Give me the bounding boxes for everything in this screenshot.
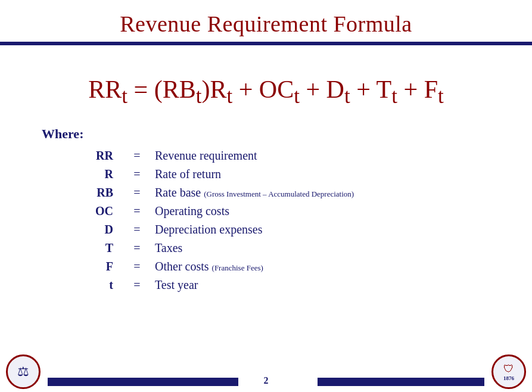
desc-sub-t: Test year [155, 276, 354, 294]
equals-f: = [119, 257, 155, 276]
def-row-t: T = Taxes [77, 239, 354, 257]
slide-title: Revenue Requirement Formula [12, 11, 520, 37]
shield-year: 1876 [503, 375, 514, 381]
right-logo-circle: 🛡 1876 [491, 354, 526, 389]
desc-rr: Revenue requirement [155, 147, 354, 165]
equals-rb: = [119, 183, 155, 202]
equals-sub-t: = [119, 276, 155, 294]
note-rb: (Gross Investment – Accumulated Deprecia… [204, 189, 354, 198]
footer-area: ⚖ 2 🛡 1876 [0, 362, 532, 392]
formula-display: RRt = (RBt)Rt + OCt + Dt + Tt + Ft [88, 76, 444, 103]
equals-oc: = [119, 202, 155, 220]
symbol-t: T [77, 239, 119, 257]
symbol-sub-t: t [77, 276, 119, 294]
content-area: RRt = (RBt)Rt + OCt + Dt + Tt + Ft Where… [0, 45, 532, 362]
equals-rr: = [119, 147, 155, 165]
def-row-oc: OC = Operating costs [77, 202, 354, 220]
footer-bar-left [48, 378, 238, 386]
left-logo-circle: ⚖ [6, 354, 41, 389]
def-row-rb: RB = Rate base (Gross Investment – Accum… [77, 183, 354, 202]
formula-container: RRt = (RBt)Rt + OCt + Dt + Tt + Ft [24, 57, 508, 126]
symbol-f: F [77, 257, 119, 276]
def-row-d: D = Depreciation expenses [77, 220, 354, 239]
page-number: 2 [264, 375, 269, 386]
def-row-sub-t: t = Test year [77, 276, 354, 294]
desc-f: Other costs (Franchise Fees) [155, 257, 354, 276]
note-f: (Franchise Fees) [212, 263, 263, 272]
slide: Revenue Requirement Formula RRt = (RBt)R… [0, 0, 532, 392]
scale-icon: ⚖ [17, 364, 29, 379]
symbol-oc: OC [77, 202, 119, 220]
desc-t: Taxes [155, 239, 354, 257]
desc-rb: Rate base (Gross Investment – Accumulate… [155, 183, 354, 202]
symbol-r: R [77, 165, 119, 183]
where-label: Where: [42, 126, 508, 142]
logo-right: 🛡 1876 [491, 354, 526, 389]
footer-bar-right [318, 378, 484, 386]
def-row-r: R = Rate of return [77, 165, 354, 183]
equals-d: = [119, 220, 155, 239]
symbol-rb: RB [77, 183, 119, 202]
title-area: Revenue Requirement Formula [0, 0, 532, 42]
equals-t: = [119, 239, 155, 257]
equals-r: = [119, 165, 155, 183]
where-section: Where: RR = Revenue requirement R = Rate… [24, 126, 508, 294]
desc-r: Rate of return [155, 165, 354, 183]
desc-d: Depreciation expenses [155, 220, 354, 239]
symbol-rr: RR [77, 147, 119, 165]
definition-table: RR = Revenue requirement R = Rate of ret… [77, 147, 354, 294]
def-row-rr: RR = Revenue requirement [77, 147, 354, 165]
symbol-d: D [77, 220, 119, 239]
desc-oc: Operating costs [155, 202, 354, 220]
logo-left: ⚖ [6, 354, 41, 389]
def-row-f: F = Other costs (Franchise Fees) [77, 257, 354, 276]
